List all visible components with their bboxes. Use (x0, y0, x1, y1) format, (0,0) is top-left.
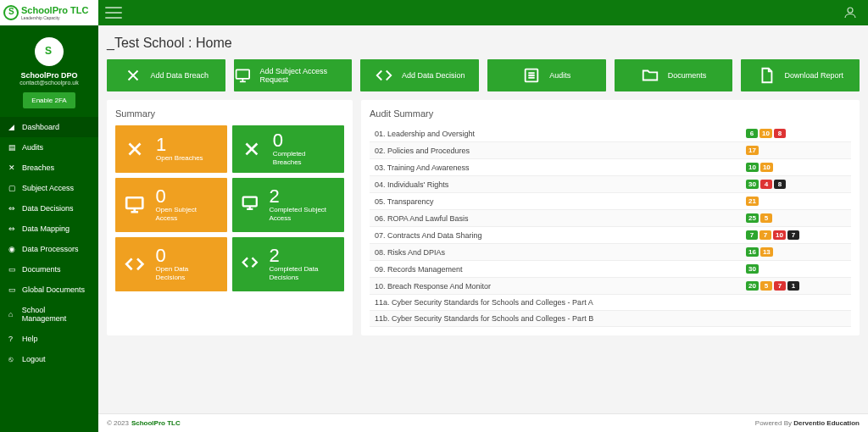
status-badge: 16 (746, 247, 759, 257)
add-decision-button[interactable]: Add Data Decision (360, 59, 479, 91)
audit-row-label: 05. Transparency (370, 193, 741, 210)
audit-row[interactable]: 02. Policies and Procedures17 (370, 142, 851, 159)
audit-row-label: 06. ROPA And Lawful Basis (370, 210, 741, 227)
menu-toggle-icon[interactable] (105, 7, 122, 19)
documents-button[interactable]: Documents (615, 59, 733, 91)
status-badge: 8 (774, 180, 786, 189)
sidebar: SchoolPro DPO contact@schoolpro.uk Enabl… (0, 25, 98, 432)
svg-rect-1 (236, 69, 249, 78)
school-management-icon: ⌂ (8, 310, 17, 318)
close-icon (124, 66, 142, 85)
audit-row-badges: 17 (741, 142, 851, 159)
user-email: contact@schoolpro.uk (0, 80, 98, 86)
folder-icon (641, 66, 659, 85)
status-badge: 7 (760, 230, 771, 240)
enable-2fa-button[interactable]: Enable 2FA (23, 92, 75, 108)
audit-row-badges: 255 (741, 210, 851, 227)
account-icon[interactable] (843, 5, 858, 20)
status-badge: 7 (746, 230, 758, 240)
audit-row[interactable]: 03. Training And Awareness1010 (370, 159, 851, 176)
add-sar-button[interactable]: Add Subject Access Request (234, 59, 353, 91)
status-badge: 30 (746, 264, 759, 274)
add-breach-button[interactable]: Add Data Breach (107, 59, 225, 91)
open-breaches-card[interactable]: 1Open Breaches (115, 125, 227, 173)
open-decisions-card[interactable]: 0Open Data Decisions (115, 237, 227, 291)
audit-row[interactable]: 10. Breach Response And Monitor20571 (370, 278, 851, 295)
audit-row[interactable]: 01. Leadership and Oversight6108 (370, 125, 851, 142)
powered-brand[interactable]: Derventio Education (793, 419, 860, 427)
audit-row[interactable]: 11b. Cyber Security Standards for School… (370, 311, 851, 327)
file-icon (757, 66, 776, 85)
svg-rect-4 (243, 197, 257, 207)
audit-row[interactable]: 05. Transparency21 (370, 193, 851, 210)
status-badge: 6 (746, 129, 758, 138)
svg-rect-3 (126, 197, 142, 208)
panels: Summary 1Open Breaches 0Completed Breach… (107, 100, 860, 335)
avatar (35, 37, 64, 66)
status-badge: 17 (746, 146, 759, 155)
audit-row-label: 11b. Cyber Security Standards for School… (370, 311, 741, 327)
app-tagline: Leadership Capacity (21, 15, 88, 20)
audit-row-badges: 1613 (741, 244, 851, 261)
status-badge: 10 (746, 163, 759, 172)
footer-brand[interactable]: SchoolPro TLC (131, 419, 181, 427)
help-icon: ? (8, 335, 17, 343)
nav-documents[interactable]: ▭Documents (0, 259, 98, 280)
audit-row[interactable]: 06. ROPA And Lawful Basis255 (370, 210, 851, 227)
audit-row-label: 02. Policies and Procedures (370, 142, 741, 159)
audit-row-label: 04. Individuals' Rights (370, 176, 741, 193)
status-badge: 5 (760, 281, 772, 291)
completed-breaches-card[interactable]: 0Completed Breaches (232, 125, 344, 173)
nav-data-mapping[interactable]: ⇔Data Mapping (0, 219, 98, 239)
nav-dashboard[interactable]: ◢Dashboard (0, 117, 98, 137)
nav-breaches[interactable]: ✕Breaches (0, 158, 98, 178)
completed-decisions-card[interactable]: 2Completed Data Decisions (232, 237, 344, 291)
open-sar-card[interactable]: 0Open Subject Access (115, 178, 227, 232)
nav-data-processors[interactable]: ◉Data Processors (0, 239, 98, 259)
audit-row[interactable]: 04. Individuals' Rights3048 (370, 176, 851, 193)
dashboard-icon: ◢ (8, 123, 17, 131)
audit-panel: Audit Summary 01. Leadership and Oversig… (361, 100, 860, 335)
data-processors-icon: ◉ (8, 245, 17, 253)
breaches-icon: ✕ (8, 163, 17, 172)
audit-row[interactable]: 09. Records Management30 (370, 261, 851, 278)
status-badge: 20 (746, 281, 759, 291)
nav-school-management[interactable]: ⌂School Management (0, 300, 98, 329)
nav-audits[interactable]: ▤Audits (0, 137, 98, 158)
monitor-icon (124, 194, 145, 216)
logo[interactable]: SchoolPro TLC Leadership Capacity (0, 0, 98, 25)
nav: ◢Dashboard ▤Audits ✕Breaches ▢Subject Ac… (0, 117, 98, 369)
audit-row-badges: 1010 (741, 159, 851, 176)
completed-sar-card[interactable]: 2Completed Subject Access (232, 178, 344, 232)
audit-table: 01. Leadership and Oversight610802. Poli… (370, 125, 851, 327)
status-badge: 7 (774, 281, 786, 291)
nav-help[interactable]: ?Help (0, 329, 98, 349)
copyright: © 2023 (107, 419, 129, 427)
audits-button[interactable]: Audits (487, 59, 606, 91)
nav-data-decisions[interactable]: ⇔Data Decisions (0, 198, 98, 219)
close-icon (241, 138, 263, 160)
nav-subject-access[interactable]: ▢Subject Access (0, 178, 98, 198)
action-row: Add Data Breach Add Subject Access Reque… (107, 59, 860, 91)
audit-row-label: 10. Breach Response And Monitor (370, 278, 741, 295)
documents-icon: ▭ (8, 265, 17, 274)
audit-row-badges: 30 (741, 261, 851, 278)
user-name: SchoolPro DPO (0, 71, 98, 80)
audit-row-badges: 20571 (741, 278, 851, 295)
audit-row-badges (741, 311, 851, 327)
nav-global-documents[interactable]: ▭Global Documents (0, 280, 98, 300)
status-badge: 13 (760, 247, 773, 257)
audits-icon: ▤ (8, 143, 17, 152)
audit-row-badges: 6108 (741, 125, 851, 142)
list-icon (522, 66, 541, 85)
code-icon (375, 66, 393, 85)
audit-row[interactable]: 11a. Cyber Security Standards for School… (370, 295, 851, 311)
audit-row[interactable]: 07. Contracts And Data Sharing77107 (370, 227, 851, 244)
audit-title: Audit Summary (370, 108, 851, 119)
download-report-button[interactable]: Download Report (741, 59, 860, 91)
audit-row-badges: 77107 (741, 227, 851, 244)
nav-logout[interactable]: ⎋Logout (0, 349, 98, 369)
audit-row[interactable]: 08. Risks And DPIAs1613 (370, 244, 851, 261)
status-badge: 4 (760, 180, 772, 189)
audit-row-label: 01. Leadership and Oversight (370, 125, 741, 142)
